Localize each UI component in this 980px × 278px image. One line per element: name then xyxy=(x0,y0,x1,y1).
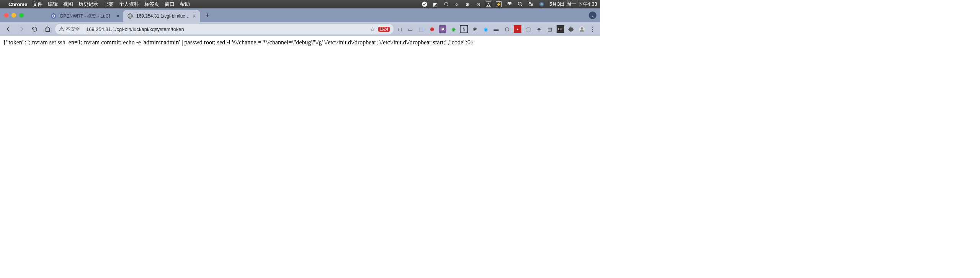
menu-profiles[interactable]: 个人资料 xyxy=(119,1,139,8)
extension-icon[interactable]: ❀ xyxy=(471,25,479,33)
extension-icon[interactable]: ▤ xyxy=(546,25,554,33)
menu-history[interactable]: 历史记录 xyxy=(78,1,98,8)
close-window-button[interactable] xyxy=(4,13,8,18)
control-center-icon[interactable] xyxy=(528,1,534,7)
tab-search-button[interactable]: ⌄ xyxy=(589,11,596,19)
globe-favicon-icon xyxy=(127,13,133,19)
extension-icon[interactable]: ▭ xyxy=(407,25,414,33)
minimize-window-button[interactable] xyxy=(11,13,16,18)
menu-view[interactable]: 视图 xyxy=(63,1,73,8)
extension-icon[interactable]: ◻ xyxy=(396,25,403,33)
datetime-text[interactable]: 5月3日 周一 下午4:33 xyxy=(549,1,597,8)
battery-icon[interactable]: ⚡ xyxy=(496,1,502,7)
extension-icon[interactable]: ◉ xyxy=(449,25,457,33)
play-icon[interactable]: ⊙ xyxy=(475,1,481,7)
url-text: 169.254.31.1/cgi-bin/luci/api/xqsystem/t… xyxy=(86,26,367,32)
reload-button[interactable] xyxy=(29,24,40,34)
input-a-icon[interactable]: A xyxy=(486,2,491,7)
address-bar[interactable]: 不安全 169.254.31.1/cgi-bin/luci/api/xqsyst… xyxy=(55,24,394,34)
cube-icon[interactable]: ⎔ xyxy=(443,1,449,7)
extension-icon[interactable]: IA xyxy=(439,25,446,33)
spotlight-icon[interactable] xyxy=(517,1,523,7)
siri-icon[interactable] xyxy=(539,1,545,7)
chrome-tabstrip: O OPENWRT - 概览 - LuCI × 169.254.31.1/cgi… xyxy=(0,8,600,22)
maximize-window-button[interactable] xyxy=(19,13,24,18)
circle-icon[interactable]: ○ xyxy=(454,1,460,7)
contrast-icon[interactable]: ◩ xyxy=(432,1,438,7)
globe-icon[interactable]: ⊕ xyxy=(464,1,470,7)
extension-icon[interactable]: G+ xyxy=(557,25,564,33)
app-name[interactable]: Chrome xyxy=(8,2,27,7)
svg-line-2 xyxy=(521,5,522,6)
svg-text:O: O xyxy=(52,14,55,18)
telegram-icon[interactable] xyxy=(421,1,428,7)
menu-window[interactable]: 窗口 xyxy=(165,1,175,8)
chrome-toolbar: 不安全 169.254.31.1/cgi-bin/luci/api/xqsyst… xyxy=(0,22,600,36)
forward-button[interactable] xyxy=(16,24,27,34)
blocker-badge[interactable]: 1624 xyxy=(378,27,390,32)
page-body-text: {"token":"; nvram set ssh_en=1; nvram co… xyxy=(0,36,600,49)
extension-icon[interactable]: ⬚ xyxy=(417,25,425,33)
tab-openwrt[interactable]: O OPENWRT - 概览 - LuCI × xyxy=(47,10,123,22)
tab-title: 169.254.31.1/cgi-bin/luci/api/xq xyxy=(136,13,190,19)
svg-point-1 xyxy=(518,2,521,5)
extensions-puzzle-icon[interactable] xyxy=(567,25,575,33)
menu-help[interactable]: 帮助 xyxy=(180,1,190,8)
wifi-icon[interactable] xyxy=(506,1,513,7)
chrome-menu-button[interactable]: ⋮ xyxy=(588,24,597,34)
security-warning[interactable]: 不安全 xyxy=(59,26,80,33)
tab-close-icon[interactable]: × xyxy=(193,13,196,19)
svg-point-15 xyxy=(581,27,583,29)
menu-file[interactable]: 文件 xyxy=(33,1,42,8)
back-button[interactable] xyxy=(3,24,14,34)
menu-edit[interactable]: 编辑 xyxy=(48,1,58,8)
extension-icon[interactable]: ▪ xyxy=(514,25,521,33)
menu-bookmarks[interactable]: 书签 xyxy=(104,1,114,8)
home-button[interactable] xyxy=(42,24,53,34)
openwrt-favicon-icon: O xyxy=(51,13,57,19)
security-label: 不安全 xyxy=(66,26,80,33)
divider xyxy=(83,26,83,32)
svg-point-5 xyxy=(531,5,533,6)
tab-current[interactable]: 169.254.31.1/cgi-bin/luci/api/xq × xyxy=(123,10,200,22)
menubar-left: Chrome 文件 编辑 视图 历史记录 书签 个人资料 标签页 窗口 帮助 xyxy=(3,1,190,8)
extension-icon[interactable]: N xyxy=(460,25,468,33)
profile-avatar-icon[interactable] xyxy=(578,25,586,33)
tab-title: OPENWRT - 概览 - LuCI xyxy=(60,13,113,20)
extension-icon[interactable]: ▬ xyxy=(492,25,500,33)
bookmark-star-icon[interactable]: ☆ xyxy=(370,26,375,33)
extension-icon[interactable]: ◉ xyxy=(482,25,489,33)
macos-menubar: Chrome 文件 编辑 视图 历史记录 书签 个人资料 标签页 窗口 帮助 ◩… xyxy=(0,0,600,8)
menu-tabs[interactable]: 标签页 xyxy=(144,1,159,8)
menubar-right: ◩ ⎔ ○ ⊕ ⊙ A ⚡ 5月3日 周一 下午4:33 xyxy=(421,1,597,8)
extension-icon[interactable]: ◯ xyxy=(524,25,532,33)
svg-point-8 xyxy=(541,3,543,6)
extension-icon[interactable]: ◈ xyxy=(535,25,543,33)
tab-close-icon[interactable]: × xyxy=(116,13,119,19)
extension-icon[interactable]: ⬣ xyxy=(428,25,436,33)
window-controls xyxy=(4,13,24,18)
extension-icon[interactable]: ⬡ xyxy=(503,25,511,33)
svg-point-3 xyxy=(529,2,531,4)
extensions-area: ◻ ▭ ⬚ ⬣ IA ◉ N ❀ ◉ ▬ ⬡ ▪ ◯ ◈ ▤ G+ xyxy=(396,25,586,33)
new-tab-button[interactable]: + xyxy=(202,10,213,21)
